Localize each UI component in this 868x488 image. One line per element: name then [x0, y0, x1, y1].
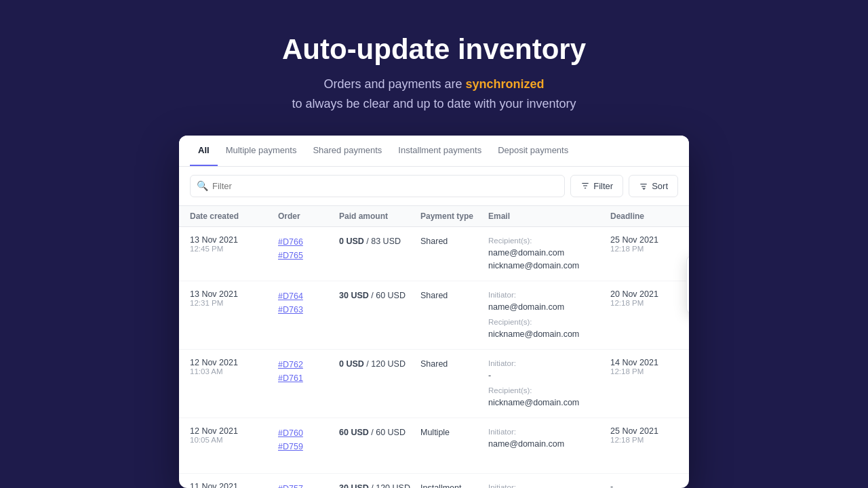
- cell-type: Installment: [420, 482, 488, 488]
- hero-section: Auto-update inventory Orders and payment…: [282, 0, 586, 136]
- table-row: 11 Nov 202112:18 PM#D757#D75830 USD / 12…: [179, 474, 689, 488]
- cell-paid: 0 USD / 120 USD: [339, 358, 420, 371]
- cell-paid: 30 USD / 60 USD: [339, 289, 420, 302]
- filter-button[interactable]: Filter: [570, 175, 623, 197]
- cell-order: #D766#D765: [278, 235, 339, 262]
- search-wrap: 🔍: [190, 175, 565, 197]
- cell-email: Recipient(s):name@domain.comnickname@dom…: [488, 235, 610, 272]
- col-email: Email: [488, 211, 610, 221]
- tab-multiple[interactable]: Multiple payments: [218, 136, 305, 166]
- cell-deadline: 25 Nov 202112:18 PM: [610, 235, 689, 253]
- table-row: 12 Nov 202111:03 AM#D762#D7610 USD / 120…: [179, 350, 689, 418]
- order-link[interactable]: #D759: [278, 440, 339, 453]
- cell-date: 11 Nov 202112:18 PM: [190, 482, 278, 488]
- cell-date: 13 Nov 202112:45 PM: [190, 235, 278, 253]
- cell-order: #D762#D761: [278, 358, 339, 385]
- cell-email: Initiator:name@domain.com: [488, 482, 610, 488]
- context-edit[interactable]: ✎ Edit: [687, 256, 689, 285]
- cell-order: #D764#D763: [278, 289, 339, 317]
- cell-email: Initiator:-Recipient(s):nickname@domain.…: [488, 358, 610, 409]
- table-row: 12 Nov 202110:05 AM#D760#D75960 USD / 60…: [179, 418, 689, 474]
- order-link[interactable]: #D764: [278, 289, 339, 303]
- order-link[interactable]: #D765: [278, 249, 339, 262]
- main-panel: All Multiple payments Shared payments In…: [179, 136, 689, 488]
- order-link[interactable]: #D766: [278, 235, 339, 249]
- cell-deadline: 14 Nov 202112:18 PM: [610, 358, 689, 375]
- col-order: Order: [278, 211, 339, 221]
- table-row: 13 Nov 202112:45 PM#D766#D7650 USD / 83 …: [179, 227, 689, 281]
- filter-icon: [580, 181, 590, 190]
- context-cancel[interactable]: ✕ Cancel: [687, 285, 689, 313]
- cell-type: Shared: [420, 235, 488, 248]
- cell-paid: 60 USD / 60 USD: [339, 426, 420, 439]
- context-menu: ✎ Edit ✕ Cancel: [686, 256, 689, 314]
- search-icon: 🔍: [197, 180, 208, 191]
- cell-email: Initiator:name@domain.com: [488, 426, 610, 451]
- col-paid: Paid amount: [339, 211, 420, 221]
- col-deadline: Deadline: [610, 211, 689, 221]
- hero-subtitle-part2: to always be clear and up to date with y…: [292, 97, 576, 110]
- cell-date: 12 Nov 202111:03 AM: [190, 358, 278, 375]
- hero-subtitle-part1: Orders and payments are: [323, 77, 465, 91]
- cell-date: 13 Nov 202112:31 PM: [190, 289, 278, 307]
- hero-subtitle: Orders and payments are synchronized to …: [282, 75, 586, 114]
- table-header: Date created Order Paid amount Payment t…: [179, 206, 689, 227]
- order-link[interactable]: #D762: [278, 358, 339, 371]
- search-input[interactable]: [190, 175, 565, 197]
- tab-shared[interactable]: Shared payments: [304, 136, 390, 166]
- order-link[interactable]: #D761: [278, 371, 339, 385]
- cell-order: #D760#D759: [278, 426, 339, 453]
- table-row: 13 Nov 202112:31 PM#D764#D76330 USD / 60…: [179, 281, 689, 350]
- col-type: Payment type: [420, 211, 488, 221]
- cell-type: Multiple: [420, 426, 488, 439]
- sort-button[interactable]: Sort: [629, 175, 678, 197]
- table-body: 13 Nov 202112:45 PM#D766#D7650 USD / 83 …: [179, 227, 689, 488]
- cell-deadline: 20 Nov 202112:18 PM: [610, 289, 689, 307]
- col-date: Date created: [190, 211, 278, 221]
- tab-all[interactable]: All: [190, 136, 218, 166]
- sort-icon: [639, 181, 648, 190]
- tabs-bar: All Multiple payments Shared payments In…: [179, 136, 689, 167]
- cell-order: #D757#D758: [278, 482, 339, 488]
- hero-title: Auto-update inventory: [282, 33, 586, 66]
- hero-subtitle-highlight: synchronized: [466, 77, 545, 91]
- tab-deposit[interactable]: Deposit payments: [490, 136, 576, 166]
- cell-paid: 30 USD / 120 USD: [339, 482, 420, 488]
- cell-type: Shared: [420, 358, 488, 371]
- tab-installment[interactable]: Installment payments: [390, 136, 490, 166]
- cell-deadline: 25 Nov 202112:18 PM: [610, 426, 689, 444]
- cell-email: Initiator:name@domain.comRecipient(s):ni…: [488, 289, 610, 341]
- cell-paid: 0 USD / 83 USD: [339, 235, 420, 248]
- order-link[interactable]: #D760: [278, 426, 339, 440]
- cell-date: 12 Nov 202110:05 AM: [190, 426, 278, 444]
- cell-type: Shared: [420, 289, 488, 302]
- cell-deadline: -: [610, 482, 689, 488]
- toolbar: 🔍 Filter Sort: [179, 167, 689, 206]
- order-link[interactable]: #D763: [278, 303, 339, 317]
- order-link[interactable]: #D757: [278, 482, 339, 488]
